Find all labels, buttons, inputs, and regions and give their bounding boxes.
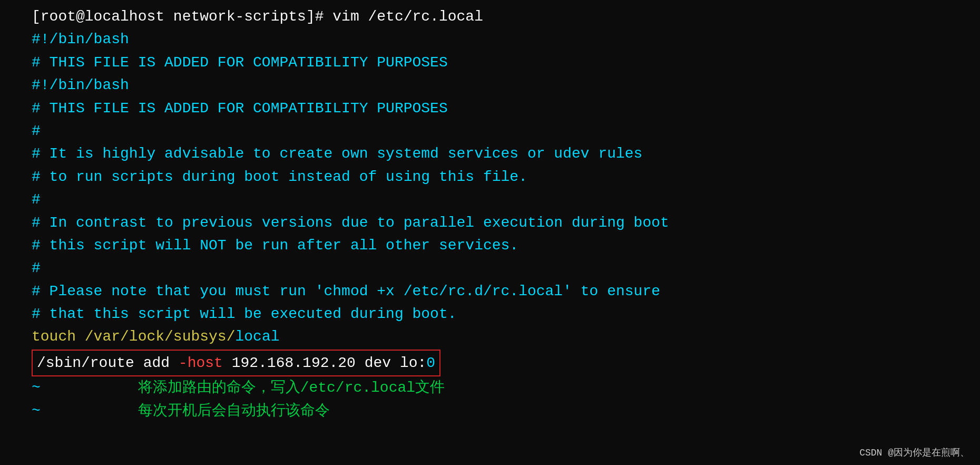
terminal-window: [root@localhost network-scripts]# vim /e… <box>0 0 980 465</box>
terminal-line-10: # In contrast to previous versions due t… <box>32 211 969 234</box>
terminal-segment: 192.168.192.20 dev lo: <box>223 355 426 371</box>
terminal-segment: local <box>235 328 279 345</box>
terminal-line-8: # to run scripts during boot instead of … <box>32 166 969 188</box>
terminal-line-6: # <box>32 120 969 142</box>
highlighted-command-box: /sbin/route add -host 192.168.192.20 dev… <box>32 350 440 376</box>
terminal-line-7: # It is highly advisable to create own s… <box>32 142 969 165</box>
terminal-line-16: touch /var/lock/subsys/local <box>32 325 969 348</box>
terminal-line-4: #!/bin/bash <box>32 74 969 96</box>
terminal-line-11: # this script will NOT be run after all … <box>32 234 969 257</box>
terminal-segment: /sbin/route add <box>37 355 179 371</box>
terminal-segment: 0 <box>426 355 435 371</box>
terminal-segment: ~ <box>32 380 138 396</box>
terminal-line-0: [root@localhost network-scripts]# vim /e… <box>32 5 969 28</box>
terminal-segment: touch /var/lock/subsys/ <box>32 328 235 345</box>
terminal-segment: # <box>32 260 41 276</box>
terminal-segment: # THIS FILE IS ADDED FOR COMPATIBILITY P… <box>32 100 448 117</box>
terminal-segment: # that this script will be executed duri… <box>32 306 457 322</box>
terminal-segment: # <box>32 123 41 139</box>
terminal-line-2: #!/bin/bash <box>32 28 969 51</box>
terminal-segment: [root@localhost network-scripts]# vim /e… <box>32 8 483 25</box>
terminal-segment: # <box>32 191 41 208</box>
terminal-line-13: # Please note that you must run 'chmod +… <box>32 280 969 303</box>
terminal-line-17: /sbin/route add -host 192.168.192.20 dev… <box>32 348 969 376</box>
terminal-segment: # In contrast to previous versions due t… <box>32 215 669 231</box>
terminal-line-14: # that this script will be executed duri… <box>32 303 969 325</box>
terminal-segment: #!/bin/bash <box>32 31 129 47</box>
terminal-line-12: # <box>32 257 969 279</box>
terminal-line-18: ~ 将添加路由的命令，写入/etc/rc.local文件 <box>32 376 969 399</box>
terminal-segment: 每次开机后会自动执行该命令 <box>138 403 330 419</box>
terminal-segment: #!/bin/bash <box>32 77 129 93</box>
terminal-line-19: ~ 每次开机后会自动执行该命令 <box>32 400 969 422</box>
terminal-segment: -host <box>179 355 223 371</box>
terminal-segment: ~ <box>32 403 138 419</box>
terminal-line-3: # THIS FILE IS ADDED FOR COMPATIBILITY P… <box>32 51 969 74</box>
watermark: CSDN @因为你是在煎啊、 <box>859 446 969 459</box>
terminal-segment: # to run scripts during boot instead of … <box>32 169 527 185</box>
terminal-segment: # this script will NOT be run after all … <box>32 237 518 254</box>
terminal-segment: # It is highly advisable to create own s… <box>32 146 642 162</box>
terminal-line-5: # THIS FILE IS ADDED FOR COMPATIBILITY P… <box>32 97 969 120</box>
terminal-segment: 将添加路由的命令，写入/etc/rc.local文件 <box>138 380 445 396</box>
terminal-segment: # THIS FILE IS ADDED FOR COMPATIBILITY P… <box>32 54 448 71</box>
terminal-segment: # Please note that you must run 'chmod +… <box>32 283 660 299</box>
terminal-line-9: # <box>32 188 969 211</box>
